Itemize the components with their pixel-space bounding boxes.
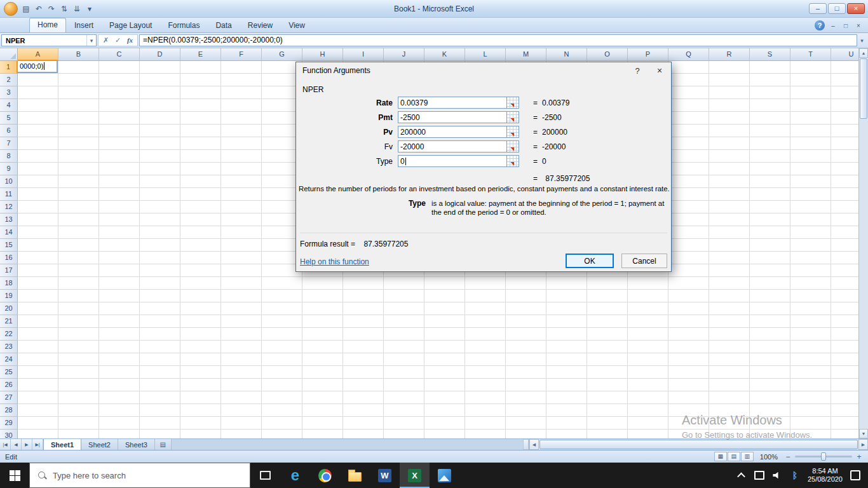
redo-icon[interactable]: ↷ xyxy=(46,4,57,13)
word-icon[interactable]: W xyxy=(370,463,400,488)
maximize-button[interactable]: □ xyxy=(828,3,846,14)
column-header-h[interactable]: H xyxy=(302,48,343,61)
ok-button[interactable]: OK xyxy=(566,254,614,268)
column-header-k[interactable]: K xyxy=(424,48,465,61)
chrome-icon[interactable] xyxy=(310,463,340,488)
taskbar-clock[interactable]: 8:54 AM 25/08/2020 xyxy=(808,467,843,484)
ribbon-tab-view[interactable]: View xyxy=(281,19,313,32)
column-header-p[interactable]: P xyxy=(628,48,668,61)
display-icon[interactable] xyxy=(754,470,764,480)
row-header-15[interactable]: 15 xyxy=(0,239,18,252)
range-selector-button-pmt[interactable] xyxy=(507,111,519,123)
name-box-dropdown-icon[interactable]: ▾ xyxy=(86,35,96,46)
column-header-e[interactable]: E xyxy=(180,48,221,61)
row-header-11[interactable]: 11 xyxy=(0,188,18,201)
row-header-29[interactable]: 29 xyxy=(0,417,18,430)
dialog-close-icon[interactable]: × xyxy=(648,65,671,76)
dialog-help-icon[interactable]: ? xyxy=(627,66,648,76)
row-header-13[interactable]: 13 xyxy=(0,214,18,226)
column-header-g[interactable]: G xyxy=(262,48,302,61)
row-header-30[interactable]: 30 xyxy=(0,430,18,438)
dialog-title-bar[interactable]: Function Arguments ? × xyxy=(296,62,671,79)
zoom-slider[interactable] xyxy=(795,456,852,458)
enter-button[interactable]: ✓ xyxy=(112,35,124,46)
row-header-24[interactable]: 24 xyxy=(0,353,18,366)
argument-input-fv[interactable]: -20000 xyxy=(398,140,507,152)
bluetooth-icon[interactable]: ᛒ xyxy=(790,470,800,480)
argument-input-pmt[interactable]: -2500 xyxy=(398,111,507,123)
row-header-9[interactable]: 9 xyxy=(0,163,18,175)
row-header-5[interactable]: 5 xyxy=(0,112,18,125)
cancel-button[interactable]: Cancel xyxy=(621,254,667,268)
row-header-8[interactable]: 8 xyxy=(0,150,18,163)
excel-icon[interactable]: X xyxy=(400,463,430,488)
column-header-q[interactable]: Q xyxy=(668,48,709,61)
edge-icon[interactable]: e xyxy=(280,463,310,488)
customize-quick-access-icon[interactable]: ▾ xyxy=(84,4,95,13)
column-header-d[interactable]: D xyxy=(140,48,180,61)
taskbar-search-input[interactable]: Type here to search xyxy=(29,463,250,488)
zoom-level[interactable]: 100% xyxy=(757,453,781,461)
insert-function-button[interactable]: fx xyxy=(124,35,136,46)
vertical-scroll-thumb[interactable] xyxy=(860,58,867,119)
column-header-b[interactable]: B xyxy=(58,48,99,61)
help-link[interactable]: Help on this function xyxy=(300,257,369,266)
scroll-up-icon[interactable]: ▲ xyxy=(859,48,868,58)
zoom-slider-thumb[interactable] xyxy=(821,452,826,461)
next-sheet-button[interactable]: ▶ xyxy=(22,439,32,450)
page-break-preview-button[interactable]: ▥ xyxy=(741,452,754,461)
range-selector-button-rate[interactable] xyxy=(507,97,519,109)
save-icon[interactable]: ▤ xyxy=(20,4,32,13)
photos-icon[interactable] xyxy=(430,463,459,488)
sheet-tab-sheet1[interactable]: Sheet1 xyxy=(43,439,81,450)
sort-descending-icon[interactable]: ⇊ xyxy=(71,4,83,13)
scroll-right-icon[interactable]: ▶ xyxy=(858,439,868,450)
normal-view-button[interactable]: ▦ xyxy=(714,452,727,461)
undo-icon[interactable]: ↶ xyxy=(33,4,44,13)
formula-input[interactable]: =NPER(0.00379;-2500;200000;-20000;0) xyxy=(139,34,857,46)
cancel-button[interactable]: ✗ xyxy=(100,35,112,46)
scroll-left-icon[interactable]: ◀ xyxy=(529,439,539,450)
ribbon-tab-review[interactable]: Review xyxy=(240,19,280,32)
workbook-restore-icon[interactable]: □ xyxy=(841,22,850,29)
row-header-21[interactable]: 21 xyxy=(0,315,18,328)
row-header-2[interactable]: 2 xyxy=(0,74,18,86)
column-header-c[interactable]: C xyxy=(99,48,140,61)
horizontal-scroll-thumb[interactable] xyxy=(539,440,858,449)
row-header-16[interactable]: 16 xyxy=(0,252,18,264)
sort-ascending-icon[interactable]: ⇅ xyxy=(58,4,70,13)
row-header-6[interactable]: 6 xyxy=(0,125,18,137)
row-header-10[interactable]: 10 xyxy=(0,175,18,188)
sheet-tab-sheet2[interactable]: Sheet2 xyxy=(81,439,118,450)
row-header-14[interactable]: 14 xyxy=(0,226,18,239)
name-box[interactable]: NPER ▾ xyxy=(1,34,97,46)
column-header-o[interactable]: O xyxy=(587,48,628,61)
sheet-tab-sheet3[interactable]: Sheet3 xyxy=(118,439,155,450)
row-header-20[interactable]: 20 xyxy=(0,302,18,315)
column-header-i[interactable]: I xyxy=(343,48,384,61)
task-view-button[interactable] xyxy=(250,463,280,488)
column-header-t[interactable]: T xyxy=(790,48,831,61)
office-button[interactable] xyxy=(4,2,18,16)
row-header-23[interactable]: 23 xyxy=(0,341,18,353)
range-selector-button-fv[interactable] xyxy=(507,140,519,152)
column-header-f[interactable]: F xyxy=(221,48,262,61)
argument-input-rate[interactable]: 0.00379 xyxy=(398,97,507,109)
column-header-m[interactable]: M xyxy=(506,48,546,61)
ribbon-tab-insert[interactable]: Insert xyxy=(67,19,101,32)
formula-bar-expand-icon[interactable]: ▾ xyxy=(857,37,867,44)
column-header-j[interactable]: J xyxy=(384,48,424,61)
range-selector-button-type[interactable] xyxy=(507,155,519,167)
active-cell-a1[interactable]: 0000;0) xyxy=(18,61,58,73)
row-header-26[interactable]: 26 xyxy=(0,379,18,391)
argument-input-pv[interactable]: 200000 xyxy=(398,126,507,138)
argument-input-type[interactable]: 0 xyxy=(398,155,507,167)
column-header-s[interactable]: S xyxy=(750,48,790,61)
hidden-icons-chevron[interactable] xyxy=(736,470,747,480)
minimize-button[interactable]: – xyxy=(809,3,827,14)
close-button[interactable]: × xyxy=(847,3,865,14)
range-selector-button-pv[interactable] xyxy=(507,126,519,138)
ribbon-tab-home[interactable]: Home xyxy=(29,18,66,32)
row-header-18[interactable]: 18 xyxy=(0,277,18,290)
column-header-u[interactable]: U xyxy=(831,48,858,61)
